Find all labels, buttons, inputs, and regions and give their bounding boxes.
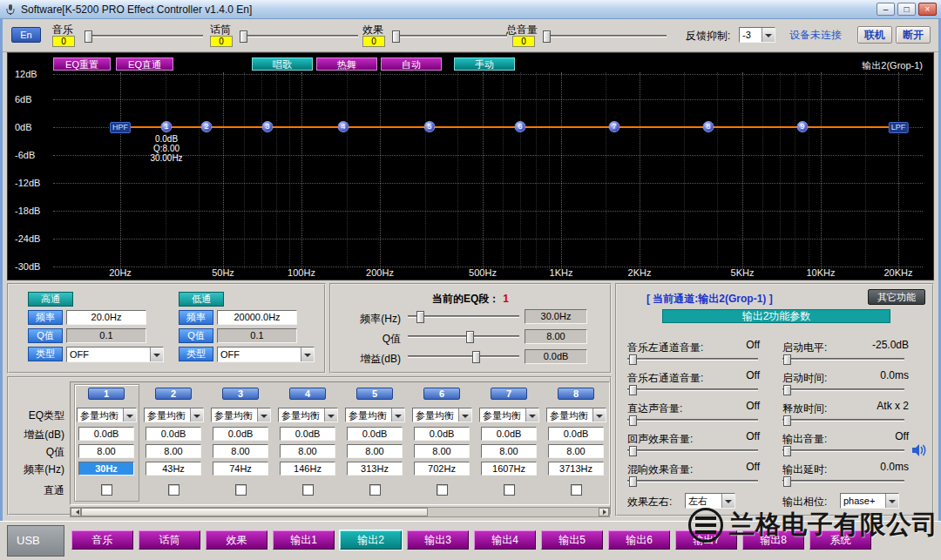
band-freq[interactable]: 30Hz — [78, 462, 134, 476]
band-number[interactable]: 1 — [88, 388, 125, 400]
eq-point-2[interactable]: 2 — [201, 121, 213, 132]
band-number[interactable]: 4 — [289, 388, 326, 400]
band-freq[interactable]: 43Hz — [146, 462, 201, 476]
tab-output8[interactable]: 输出8 — [742, 530, 804, 550]
band-bypass-checkbox[interactable] — [168, 484, 179, 496]
eq-point-5[interactable]: 5 — [424, 121, 436, 132]
music-volume-slider[interactable] — [85, 30, 203, 44]
slider-thumb[interactable] — [392, 30, 400, 43]
lpf-type-dropdown[interactable]: OFF — [217, 347, 315, 362]
band-q[interactable]: 8.00 — [414, 444, 470, 458]
echo-volume-slider[interactable] — [627, 444, 758, 458]
slider-thumb[interactable] — [240, 30, 247, 43]
band-freq[interactable]: 146Hz — [280, 462, 335, 476]
scrollbar-thumb[interactable] — [81, 508, 428, 516]
band-gain[interactable]: 0.0dB — [280, 427, 335, 441]
hpf-type-label[interactable]: 类型 — [28, 347, 63, 361]
dropdown-arrow-icon[interactable] — [762, 28, 775, 42]
dropdown-arrow-icon[interactable] — [721, 494, 735, 508]
eq-point-7[interactable]: 7 — [609, 121, 620, 132]
band-gain[interactable]: 0.0dB — [213, 427, 268, 441]
band-freq[interactable]: 702Hz — [414, 462, 470, 476]
eq-bypass-button[interactable]: EQ直通 — [116, 57, 173, 71]
band-freq-slider[interactable] — [408, 310, 519, 324]
music-left-volume-slider[interactable] — [627, 353, 758, 367]
eq-point-8[interactable]: 8 — [703, 121, 714, 132]
slider-thumb[interactable] — [416, 311, 424, 323]
reverb-volume-slider[interactable] — [627, 475, 758, 489]
band-gain[interactable]: 0.0dB — [78, 427, 134, 441]
eq-reset-button[interactable]: EQ重置 — [53, 57, 111, 71]
band-q[interactable]: 8.00 — [347, 444, 403, 458]
horizontal-scrollbar[interactable] — [70, 507, 610, 517]
titlebar[interactable]: Software[K-5200 PRO Effect Controller v1… — [0, 0, 941, 19]
slider-thumb[interactable] — [543, 30, 551, 43]
eq-point-3[interactable]: 3 — [262, 121, 274, 132]
band-number[interactable]: 2 — [155, 388, 192, 400]
dropdown-arrow-icon[interactable] — [525, 408, 538, 422]
dropdown-arrow-icon[interactable] — [885, 494, 898, 508]
band-gain-slider[interactable] — [408, 350, 519, 364]
output-delay-slider[interactable] — [782, 475, 904, 489]
band-q[interactable]: 8.00 — [280, 444, 335, 458]
band-type-dropdown[interactable]: 参量均衡 — [479, 408, 539, 422]
dropdown-arrow-icon[interactable] — [123, 408, 136, 422]
lpf-type-label[interactable]: 类型 — [179, 347, 213, 361]
slider-thumb[interactable] — [783, 446, 791, 456]
band-number[interactable]: 7 — [491, 388, 527, 400]
hpf-freq-value[interactable]: 20.0Hz — [66, 310, 146, 325]
sing-mode-button[interactable]: 唱歌 — [252, 57, 313, 71]
band-q[interactable]: 8.00 — [481, 444, 537, 458]
slider-thumb[interactable] — [472, 351, 480, 363]
close-button[interactable]: × — [918, 3, 937, 16]
band-bypass-checkbox[interactable] — [235, 484, 247, 496]
band-type-dropdown[interactable]: 参量均衡 — [546, 408, 606, 422]
master-volume-slider[interactable] — [543, 30, 667, 44]
slider-thumb[interactable] — [629, 476, 637, 487]
eq-point-1[interactable]: 1 — [161, 121, 173, 132]
language-button[interactable]: En — [11, 27, 41, 43]
band-q[interactable]: 8.00 — [146, 444, 201, 458]
other-functions-button[interactable]: 其它功能 — [868, 289, 925, 305]
minimize-button[interactable]: – — [877, 3, 895, 16]
dropdown-arrow-icon[interactable] — [150, 347, 163, 361]
band-number[interactable]: 8 — [558, 388, 594, 400]
tab-system[interactable]: 系统 — [809, 530, 871, 550]
auto-mode-button[interactable]: 自动 — [381, 57, 442, 71]
band-bypass-checkbox[interactable] — [571, 484, 582, 496]
dropdown-arrow-icon[interactable] — [458, 408, 471, 422]
tab-output3[interactable]: 输出3 — [407, 530, 469, 550]
hpf-q-label[interactable]: Q值 — [28, 328, 63, 343]
lpf-title-button[interactable]: 低通 — [179, 292, 224, 307]
start-level-slider[interactable] — [782, 353, 904, 367]
band-gain[interactable]: 0.0dB — [414, 427, 470, 441]
scroll-left-icon[interactable] — [71, 508, 81, 516]
band-q[interactable]: 8.00 — [78, 444, 134, 458]
output-phase-dropdown[interactable]: phase+ — [840, 493, 899, 509]
slider-thumb[interactable] — [783, 385, 791, 395]
tab-music[interactable]: 音乐 — [71, 530, 133, 550]
scroll-right-icon[interactable] — [599, 508, 609, 516]
band-gain[interactable]: 0.0dB — [146, 427, 201, 441]
lpf-freq-label[interactable]: 频率 — [179, 310, 213, 325]
music-right-volume-slider[interactable] — [627, 383, 758, 397]
band-q-slider[interactable] — [408, 330, 519, 344]
eq-point-4[interactable]: 4 — [338, 121, 349, 132]
output-volume-slider[interactable] — [782, 444, 904, 458]
tab-output5[interactable]: 输出5 — [541, 530, 603, 550]
maximize-button[interactable]: □ — [897, 3, 916, 16]
band-bypass-checkbox[interactable] — [369, 484, 381, 496]
dropdown-arrow-icon[interactable] — [391, 408, 404, 422]
start-time-slider[interactable] — [782, 383, 904, 397]
dropdown-arrow-icon[interactable] — [190, 408, 203, 422]
feedback-suppression-dropdown[interactable]: -3 — [739, 27, 775, 43]
band-bypass-checkbox[interactable] — [302, 484, 314, 496]
band-freq[interactable]: 74Hz — [213, 462, 268, 476]
eq-graph[interactable]: EQ重置 EQ直通 唱歌 热舞 自动 手动 输出2(Grop-1) 12dB 6… — [7, 52, 934, 280]
band-type-dropdown[interactable]: 参量均衡 — [77, 408, 137, 422]
hpf-q-value[interactable]: 0.1 — [66, 328, 146, 343]
lpf-q-value[interactable]: 0.1 — [217, 328, 297, 343]
tab-output2[interactable]: 输出2 — [340, 530, 402, 550]
disconnect-button[interactable]: 断开 — [896, 26, 931, 44]
band-freq[interactable]: 1607Hz — [481, 462, 537, 476]
